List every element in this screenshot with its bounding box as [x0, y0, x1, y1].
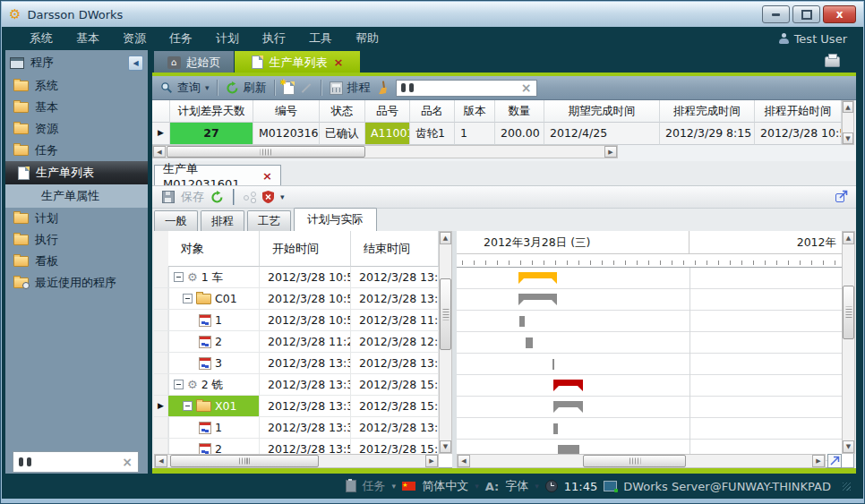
sidebar-item-生产单属性[interactable]: 生产单属性	[5, 184, 148, 208]
tree-row[interactable]: ▶X012012/3/28 13:302012/3/28 15:40	[154, 396, 439, 417]
tree-vertical-scrollbar[interactable]: ▲ ▼	[439, 231, 452, 454]
tab-close-icon[interactable]: ×	[334, 56, 344, 69]
subtab-工艺[interactable]: 工艺	[247, 210, 291, 231]
status-task[interactable]: 任务	[363, 478, 386, 494]
tree-object-cell[interactable]: ⚙2 铣	[168, 374, 260, 396]
tree-row[interactable]: 12012/3/28 10:522012/3/28 11:22	[154, 310, 439, 331]
grid-cell[interactable]: 200.00	[495, 123, 544, 145]
tree-row[interactable]: ⚙2 铣2012/3/28 13:302012/3/28 15:40	[154, 374, 439, 396]
shield-dropdown-icon[interactable]: ▾	[280, 192, 285, 201]
tree-object-cell[interactable]: 3	[168, 353, 260, 374]
gantt-popout-icon[interactable]	[827, 454, 842, 468]
schedule-button[interactable]: 排程	[347, 80, 371, 96]
gantt-bar-task[interactable]	[519, 316, 525, 327]
tree-object-cell[interactable]: ⚙1 车	[168, 267, 260, 288]
scroll-thumb[interactable]	[843, 286, 854, 339]
grid-cell[interactable]: 2012/4/25	[544, 123, 660, 145]
scroll-right-icon[interactable]: ▶	[812, 455, 825, 467]
subtab-计划与实际[interactable]: 计划与实际	[294, 208, 377, 231]
tree-row[interactable]: 12012/3/28 13:302012/3/28 13:50	[154, 417, 439, 439]
scroll-down-icon[interactable]: ▼	[843, 132, 853, 144]
tree-row[interactable]: C012012/3/28 10:522012/3/28 13:40	[154, 288, 439, 310]
query-button[interactable]: 查询	[177, 80, 201, 96]
sidebar-item-计划[interactable]: 计划	[5, 208, 148, 229]
scroll-left-icon[interactable]: ◀	[155, 455, 167, 467]
gantt-horizontal-scrollbar[interactable]: ◀ ▶	[457, 454, 826, 468]
menu-item-资源[interactable]: 资源	[111, 30, 158, 47]
menu-item-工具[interactable]: 工具	[297, 30, 344, 47]
gantt-bar-task[interactable]	[552, 359, 554, 370]
sidebar-item-看板[interactable]: 看板	[5, 251, 148, 272]
sidebar-item-资源[interactable]: 资源	[5, 118, 148, 140]
gantt-bar-task[interactable]	[553, 423, 558, 434]
grid-cell[interactable]: 1	[455, 123, 495, 145]
maximize-button[interactable]	[792, 5, 820, 23]
tree-object-cell[interactable]: 1	[168, 310, 260, 331]
sidebar-item-任务[interactable]: 任务	[5, 140, 148, 161]
sidebar-item-系统[interactable]: 系统	[5, 75, 148, 97]
menu-item-帮助[interactable]: 帮助	[344, 30, 390, 47]
tree-object-cell[interactable]: 2	[168, 331, 260, 353]
subtab-一般[interactable]: 一般	[154, 210, 198, 231]
grid-cell[interactable]: 齿轮1	[410, 123, 455, 145]
tree-row[interactable]: 22012/3/28 11:222012/3/28 12:00	[154, 331, 439, 353]
tree-expander-icon[interactable]	[183, 294, 193, 303]
sidebar-collapse-button[interactable]: ◀	[128, 56, 143, 71]
subtab-排程[interactable]: 排程	[201, 210, 244, 231]
broom-icon[interactable]	[374, 81, 390, 96]
sidebar-search[interactable]: ×	[13, 451, 139, 473]
scroll-left-icon[interactable]: ◀	[153, 146, 166, 158]
sidebar-item-生产单列表[interactable]: 生产单列表	[5, 161, 148, 184]
scroll-thumb[interactable]	[170, 455, 319, 467]
document-tab-close-icon[interactable]: ×	[262, 169, 272, 183]
grid-cell[interactable]: 已确认	[320, 123, 365, 145]
language-dropdown-icon[interactable]: ▾	[475, 482, 479, 491]
sidebar-item-最近使用的程序[interactable]: 最近使用的程序	[5, 272, 148, 294]
scroll-right-icon[interactable]: ▶	[425, 455, 438, 467]
query-dropdown-icon[interactable]: ▾	[205, 83, 210, 92]
tree-expander-icon[interactable]	[183, 401, 193, 411]
printer-icon[interactable]	[825, 56, 840, 67]
shield-icon[interactable]	[262, 191, 274, 203]
external-link-icon[interactable]	[835, 189, 849, 203]
close-button[interactable]: x	[823, 5, 856, 23]
user-area[interactable]: Test User	[779, 32, 863, 46]
scroll-right-icon[interactable]: ▶	[604, 146, 617, 158]
scroll-left-icon[interactable]: ◀	[458, 455, 470, 467]
resize-grip[interactable]	[843, 483, 851, 491]
tree-row[interactable]: 32012/3/28 13:302012/3/28 13:40	[154, 353, 439, 374]
edit-pencil-icon[interactable]	[301, 83, 311, 93]
tree-object-cell[interactable]: 1	[168, 417, 260, 439]
refresh-button[interactable]: 刷新	[244, 80, 267, 96]
tab-production-order-list[interactable]: 生产单列表 ×	[235, 51, 360, 73]
scroll-up-icon[interactable]: ▲	[843, 101, 853, 113]
sidebar-item-基本[interactable]: 基本	[5, 97, 148, 118]
save-button[interactable]: 保存	[181, 189, 204, 205]
new-document-icon[interactable]: ✱	[283, 81, 295, 95]
refresh-icon[interactable]	[210, 191, 224, 204]
grid-cell[interactable]: 2012/3/28 10:52	[755, 123, 842, 145]
toolbar-search-input[interactable]: ×	[396, 80, 537, 97]
menu-item-执行[interactable]: 执行	[251, 30, 297, 47]
grid-horizontal-scrollbar[interactable]: ◀ ▶	[152, 145, 618, 158]
scroll-thumb[interactable]	[583, 455, 686, 467]
scroll-down-icon[interactable]: ▼	[440, 440, 451, 453]
scroll-thumb[interactable]	[167, 146, 365, 158]
sidebar-item-执行[interactable]: 执行	[5, 229, 148, 251]
grid-cell[interactable]: 27	[170, 123, 253, 145]
minimize-button[interactable]	[762, 5, 790, 23]
grid-cell[interactable]: 2012/3/29 8:15	[660, 123, 755, 145]
menu-item-任务[interactable]: 任务	[158, 30, 204, 47]
clear-search-icon[interactable]: ×	[122, 455, 133, 469]
menu-item-系统[interactable]: 系统	[18, 30, 64, 47]
menu-item-基本[interactable]: 基本	[64, 30, 111, 47]
grid-cell[interactable]: M012031601	[253, 123, 320, 145]
tree-object-cell[interactable]: X01	[168, 396, 260, 417]
tree-expander-icon[interactable]	[174, 380, 184, 389]
tree-row[interactable]: ⚙1 车2012/3/28 10:522012/3/28 13:40	[154, 267, 439, 288]
grid-cell[interactable]: A11001	[365, 123, 410, 145]
menu-item-计划[interactable]: 计划	[204, 30, 251, 47]
tree-object-cell[interactable]: C01	[168, 288, 260, 310]
status-language[interactable]: 简体中文	[422, 478, 468, 494]
document-tab[interactable]: 生产单 M012031601 ×	[154, 165, 281, 185]
